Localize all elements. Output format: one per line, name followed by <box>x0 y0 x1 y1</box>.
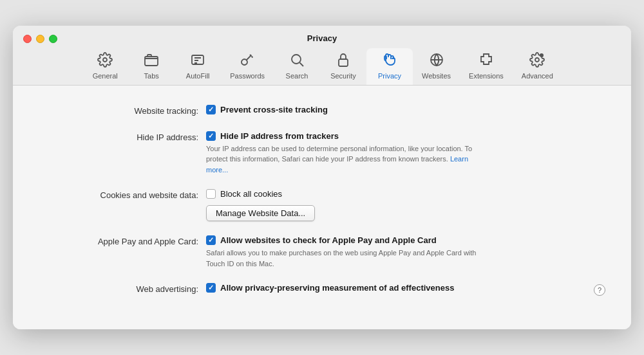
website-tracking-control: Prevent cross-site tracking <box>206 105 605 117</box>
close-button[interactable] <box>23 35 32 43</box>
apple-pay-checkbox-label: Allow websites to check for Apple Pay an… <box>220 235 437 245</box>
cookies-checkbox[interactable] <box>206 189 216 199</box>
toolbar-item-passwords[interactable]: Passwords <box>221 48 274 85</box>
website-tracking-checkbox-label: Prevent cross-site tracking <box>220 105 328 114</box>
svg-point-12 <box>540 53 544 57</box>
tabs-icon <box>144 52 159 70</box>
extensions-icon <box>478 52 494 70</box>
web-advertising-checkbox[interactable] <box>206 283 216 293</box>
apple-pay-checkbox[interactable] <box>206 235 216 245</box>
svg-rect-2 <box>192 55 204 64</box>
cookies-checkbox-row: Block all cookies <box>206 189 605 199</box>
toolbar-label-advanced: Advanced <box>522 72 553 80</box>
cookies-control: Block all cookies Manage Website Data... <box>206 189 605 221</box>
toolbar-label-general: General <box>93 72 118 80</box>
svg-point-11 <box>535 58 539 62</box>
preferences-window: Privacy General <box>13 26 631 330</box>
minimize-button[interactable] <box>36 35 44 43</box>
titlebar: Privacy General <box>13 26 631 86</box>
lock-icon <box>336 52 351 70</box>
toolbar-label-search: Search <box>286 72 308 80</box>
hide-ip-checkbox[interactable] <box>206 131 216 141</box>
hide-ip-checkbox-row: Hide IP address from trackers <box>206 131 605 141</box>
toolbar-item-search[interactable]: Search <box>274 48 320 85</box>
toolbar-item-general[interactable]: General <box>82 48 128 85</box>
web-advertising-control: Allow privacy-preserving measurement of … <box>206 283 594 293</box>
cookies-row: Cookies and website data: Block all cook… <box>39 189 605 221</box>
toolbar-label-tabs: Tabs <box>144 72 159 80</box>
web-advertising-label: Web advertising: <box>39 283 206 294</box>
svg-line-8 <box>300 62 304 66</box>
apple-pay-control: Allow websites to check for Apple Pay an… <box>206 235 605 269</box>
toolbar-label-privacy: Privacy <box>378 72 401 80</box>
web-advertising-row: Web advertising: Allow privacy-preservin… <box>39 283 605 296</box>
toolbar-item-privacy[interactable]: Privacy <box>366 48 413 85</box>
apple-pay-row: Apple Pay and Apple Card: Allow websites… <box>39 235 605 269</box>
hide-ip-description: Your IP address can be used to determine… <box>206 143 477 176</box>
web-advertising-checkbox-label: Allow privacy-preserving measurement of … <box>220 283 454 293</box>
website-tracking-checkbox[interactable] <box>206 105 216 114</box>
maximize-button[interactable] <box>49 35 57 43</box>
hide-ip-row: Hide IP address: Hide IP address from tr… <box>39 131 605 176</box>
manage-website-data-button[interactable]: Manage Website Data... <box>206 205 315 221</box>
autofill-icon <box>190 52 205 70</box>
hide-ip-label: Hide IP address: <box>39 131 206 142</box>
hide-ip-checkbox-label: Hide IP address from trackers <box>220 131 339 141</box>
traffic-lights <box>23 35 57 43</box>
apple-pay-checkbox-row: Allow websites to check for Apple Pay an… <box>206 235 605 245</box>
hand-icon <box>382 52 397 70</box>
globe-icon <box>429 52 444 70</box>
svg-point-0 <box>103 58 107 62</box>
toolbar-label-security: Security <box>330 72 356 80</box>
toolbar: General Tabs <box>79 48 565 85</box>
toolbar-item-extensions[interactable]: Extensions <box>460 48 513 85</box>
key-icon <box>240 52 255 70</box>
toolbar-label-passwords: Passwords <box>230 72 265 80</box>
svg-rect-9 <box>339 59 348 66</box>
window-title: Privacy <box>307 33 337 43</box>
website-tracking-checkbox-row: Prevent cross-site tracking <box>206 105 605 114</box>
hide-ip-control: Hide IP address from trackers Your IP ad… <box>206 131 605 176</box>
svg-rect-1 <box>145 57 158 66</box>
toolbar-item-advanced[interactable]: Advanced <box>513 48 562 85</box>
gear-badge-icon <box>529 52 545 70</box>
toolbar-label-websites: Websites <box>422 72 451 80</box>
svg-point-7 <box>292 55 301 64</box>
website-tracking-label: Website tracking: <box>39 105 206 116</box>
toolbar-item-autofill[interactable]: AutoFill <box>175 48 221 85</box>
toolbar-label-extensions: Extensions <box>469 72 504 80</box>
cookies-checkbox-label: Block all cookies <box>220 189 282 199</box>
apple-pay-description: Safari allows you to make purchases on t… <box>206 248 477 269</box>
toolbar-item-websites[interactable]: Websites <box>413 48 460 85</box>
content-area: Website tracking: Prevent cross-site tra… <box>13 86 631 330</box>
help-button[interactable]: ? <box>594 284 605 296</box>
cookies-label: Cookies and website data: <box>39 189 206 200</box>
apple-pay-label: Apple Pay and Apple Card: <box>39 235 206 246</box>
toolbar-label-autofill: AutoFill <box>186 72 210 80</box>
toolbar-item-tabs[interactable]: Tabs <box>128 48 175 85</box>
website-tracking-row: Website tracking: Prevent cross-site tra… <box>39 105 605 117</box>
toolbar-item-security[interactable]: Security <box>320 48 366 85</box>
search-icon <box>289 52 305 70</box>
gear-icon <box>97 52 113 70</box>
